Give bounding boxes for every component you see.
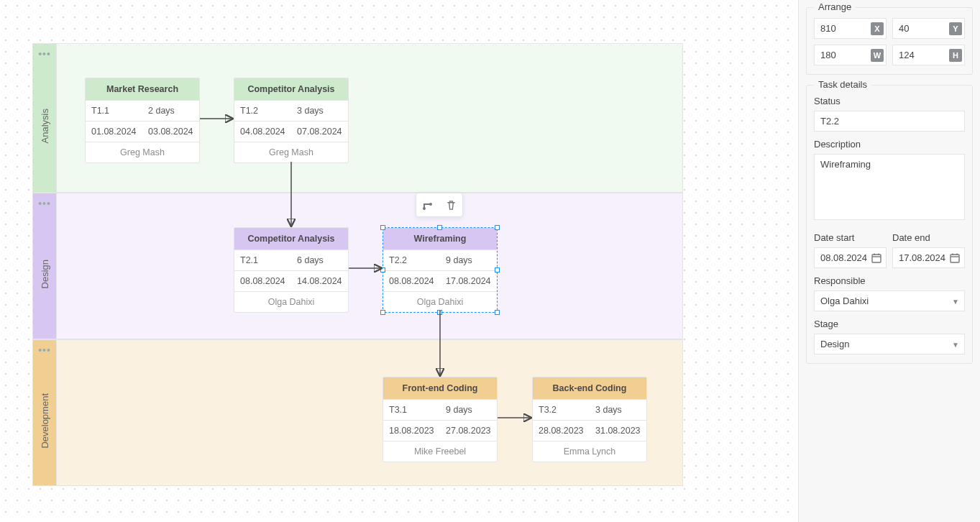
card-duration: 9 days	[440, 250, 497, 270]
task-card-t12[interactable]: Competitor Analysis T1.23 days 04.08.202…	[234, 78, 349, 163]
card-title: Front-end Coding	[383, 377, 497, 400]
arrange-w[interactable]: W	[814, 45, 887, 65]
calendar-icon[interactable]	[949, 252, 961, 264]
stage-value[interactable]: Design	[814, 334, 965, 354]
resize-handle[interactable]	[380, 267, 385, 273]
connect-icon[interactable]	[416, 193, 439, 216]
stage-label: Stage	[814, 319, 965, 329]
resize-handle[interactable]	[495, 267, 500, 273]
resize-handle[interactable]	[437, 310, 442, 315]
card-duration: 6 days	[291, 250, 348, 270]
card-owner: Emma Lynch	[533, 441, 646, 462]
card-date-start: 01.08.2024	[86, 122, 142, 142]
lane-label: Development	[40, 393, 50, 449]
card-date-end: 17.08.2024	[440, 271, 497, 291]
lane-handle-development[interactable]: ••• Development	[32, 339, 57, 486]
card-id: T2.1	[234, 250, 291, 270]
x-badge: X	[871, 22, 884, 35]
status-input[interactable]	[814, 111, 965, 132]
arrange-x[interactable]: X	[814, 18, 887, 39]
date-start-label: Date start	[814, 232, 887, 243]
task-card-t21[interactable]: Competitor Analysis T2.16 days 08.08.202…	[234, 227, 349, 313]
card-date-start: 08.08.2024	[383, 271, 440, 291]
card-id: T3.2	[533, 400, 590, 420]
card-title: Wireframing	[383, 228, 497, 250]
card-title: Competitor Analysis	[234, 228, 348, 250]
lane-handle-analysis[interactable]: ••• Analysis	[32, 43, 57, 193]
card-date-start: 04.08.2024	[234, 122, 291, 142]
card-owner: Greg Mash	[234, 142, 348, 162]
task-card-t11[interactable]: Market Research T1.12 days 01.08.202403.…	[85, 78, 200, 163]
more-icon[interactable]: •••	[38, 344, 51, 356]
lane-handle-design[interactable]: ••• Design	[32, 193, 57, 339]
card-duration: 3 days	[590, 400, 646, 420]
svg-point-0	[423, 207, 426, 210]
card-date-end: 07.08.2024	[291, 122, 348, 142]
task-card-t32[interactable]: Back-end Coding T3.23 days 28.08.202331.…	[532, 377, 647, 462]
selection-toolbar	[416, 193, 463, 217]
card-id: T1.1	[86, 101, 142, 121]
card-owner: Olga Dahixi	[383, 292, 497, 312]
card-duration: 2 days	[142, 101, 199, 121]
more-icon[interactable]: •••	[38, 48, 51, 60]
lane-label: Design	[40, 260, 50, 288]
responsible-label: Responsible	[814, 275, 965, 286]
card-date-end: 31.08.2023	[590, 421, 646, 441]
calendar-icon[interactable]	[871, 252, 882, 264]
card-owner: Olga Dahixi	[234, 292, 348, 312]
lane-body-design[interactable]	[57, 193, 683, 339]
card-date-start: 18.08.2023	[383, 421, 440, 441]
card-date-start: 28.08.2023	[533, 421, 590, 441]
card-duration: 9 days	[440, 400, 497, 420]
card-date-end: 14.08.2024	[291, 271, 348, 291]
resize-handle[interactable]	[495, 310, 500, 315]
card-id: T3.1	[383, 400, 440, 420]
resize-handle[interactable]	[495, 225, 500, 230]
resize-handle[interactable]	[380, 310, 385, 315]
task-card-t22[interactable]: Wireframing T2.29 days 08.08.202417.08.2…	[383, 227, 498, 313]
card-id: T2.2	[383, 250, 440, 270]
status-label: Status	[814, 96, 965, 106]
responsible-value[interactable]: Olga Dahixi	[814, 290, 965, 311]
responsible-select[interactable]: Olga Dahixi ▼	[814, 290, 965, 311]
svg-rect-7	[872, 255, 881, 262]
svg-point-1	[429, 203, 432, 206]
task-card-t31[interactable]: Front-end Coding T3.19 days 18.08.202327…	[383, 377, 498, 462]
h-badge: H	[949, 49, 962, 62]
card-title: Competitor Analysis	[234, 78, 348, 101]
card-date-end: 27.08.2023	[440, 421, 497, 441]
card-owner: Greg Mash	[86, 142, 199, 162]
stage-select[interactable]: Design ▼	[814, 334, 965, 354]
delete-icon[interactable]	[439, 193, 462, 216]
description-label: Description	[814, 139, 965, 150]
card-date-end: 03.08.2024	[142, 122, 199, 142]
resize-handle[interactable]	[437, 225, 442, 230]
card-duration: 3 days	[291, 101, 348, 121]
card-date-start: 08.08.2024	[234, 271, 291, 291]
task-details-group: Task details Status Description Date sta…	[806, 85, 973, 364]
card-title: Back-end Coding	[533, 377, 646, 400]
card-id: T1.2	[234, 101, 291, 121]
group-title: Arrange	[814, 1, 856, 12]
arrange-group: Arrange X Y W H	[806, 7, 973, 75]
date-end-label: Date end	[892, 232, 965, 243]
card-title: Market Research	[86, 78, 199, 101]
svg-rect-11	[951, 255, 959, 262]
y-badge: Y	[949, 22, 962, 35]
group-title: Task details	[814, 79, 871, 90]
description-input[interactable]	[814, 154, 965, 220]
arrange-y[interactable]: Y	[892, 18, 965, 39]
properties-panel: Arrange X Y W H Task details Status Desc	[798, 0, 980, 522]
lane-design[interactable]: ••• Design	[32, 193, 683, 339]
arrange-h[interactable]: H	[892, 45, 965, 65]
more-icon[interactable]: •••	[38, 198, 51, 209]
lane-label: Analysis	[40, 109, 50, 143]
resize-handle[interactable]	[380, 225, 385, 230]
w-badge: W	[871, 49, 884, 62]
card-owner: Mike Freebel	[383, 441, 497, 462]
diagram-canvas[interactable]: ••• Analysis ••• Design ••• Development …	[0, 0, 798, 522]
